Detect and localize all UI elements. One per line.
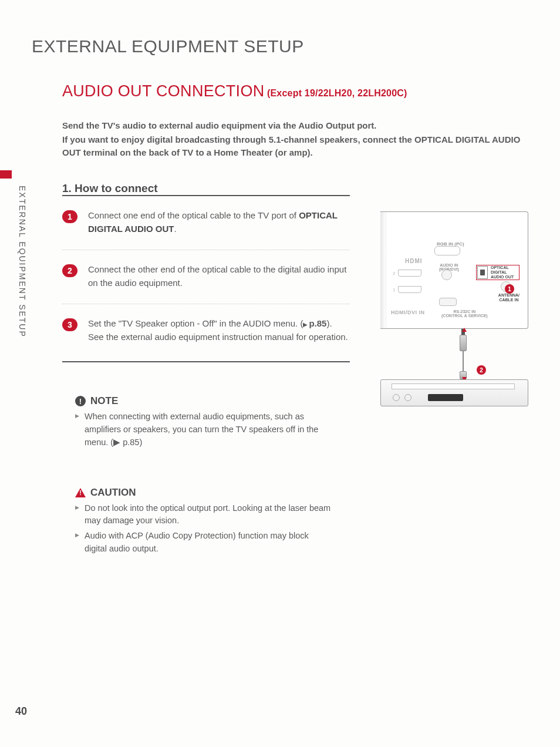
note-callout: ! NOTE When connecting with external aud… (62, 388, 332, 463)
step-1-pre: Connect one end of the optical cable to … (88, 210, 299, 220)
caution-title-row: CAUTION (75, 487, 332, 499)
hdmi-2-num: 2 (393, 271, 395, 276)
step-2-text: Connect the other end of the optical cab… (88, 263, 350, 290)
tv-back-panel: RGB IN (PC) HDMI 2 1 HDMI/DVI IN AUDIO I… (380, 211, 528, 329)
amp-knob-2 (404, 394, 411, 401)
diagram-badge-2: 2 (477, 365, 486, 375)
how-to-connect-heading: 1. How to connect (62, 182, 528, 195)
rs232-label: RS-232C IN (CONTROL & SERVICE) (441, 309, 488, 318)
antenna-label: ANTENNA/ CABLE IN (498, 293, 519, 302)
page-content: EXTERNAL EQUIPMENT SETUP AUDIO OUT CONNE… (0, 0, 560, 570)
section-title: EXTERNAL EQUIPMENT SETUP (32, 36, 528, 56)
note-icon: ! (75, 396, 86, 406)
step-2-pre: Connect the other end of the optical cab… (88, 264, 346, 288)
caution-item-1: Do not look into the optical output port… (75, 502, 332, 528)
caution-title: CAUTION (90, 487, 136, 499)
step-3-ref: p.85 (309, 318, 326, 328)
amp-display (428, 394, 463, 401)
step-2: 2 Connect the other end of the optical c… (62, 263, 350, 304)
subsection-title-note: (Except 19/22LH20, 22LH200C) (267, 88, 407, 98)
subsection-title: AUDIO OUT CONNECTION (62, 82, 265, 100)
step-badge-2: 2 (62, 264, 77, 277)
amplifier-device (380, 379, 528, 406)
note-title: NOTE (90, 395, 118, 407)
intro-text: Send the TV's audio to external audio eq… (62, 119, 528, 159)
step-3: 3 Set the "TV Speaker option - Off" in t… (62, 317, 350, 362)
audio-in-port (441, 270, 452, 280)
step-1-post: . (174, 224, 176, 234)
steps-list: 1 Connect one end of the optical cable t… (62, 209, 350, 362)
hdmi-1-num: 1 (393, 287, 395, 292)
caution-icon (75, 488, 86, 497)
amp-knob-1 (393, 394, 400, 401)
diagram-badge-1: 1 (505, 284, 514, 294)
step-1-text: Connect one end of the optical cable to … (88, 209, 350, 235)
vga-port (434, 246, 460, 255)
cable-plug-top (460, 335, 467, 351)
hdmi-port-1: 1 (398, 286, 421, 293)
caution-list: Do not look into the optical output port… (75, 502, 332, 556)
note-title-row: ! NOTE (75, 395, 332, 407)
divider (62, 195, 350, 196)
intro-line-2: If you want to enjoy digital broadcastin… (62, 133, 528, 159)
step-badge-3: 3 (62, 318, 77, 331)
connection-diagram: RGB IN (PC) HDMI 2 1 HDMI/DVI IN AUDIO I… (380, 211, 528, 411)
optical-out-box: OPTICAL DIGITAL AUDIO OUT (476, 265, 519, 280)
caution-callout: CAUTION Do not look into the optical out… (62, 480, 332, 570)
step-3-pre: Set the "TV Speaker option - Off" in the… (88, 318, 303, 328)
cable-line (463, 351, 464, 371)
step-1: 1 Connect one end of the optical cable t… (62, 209, 350, 250)
hdmi-dvi-label: HDMI/DVI IN (391, 309, 425, 315)
hdmi-port-2: 2 (398, 270, 421, 277)
note-list: When connecting with external audio equi… (75, 410, 332, 449)
hdmi-label: HDMI (405, 258, 423, 264)
intro-line-1: Send the TV's audio to external audio eq… (62, 119, 528, 132)
amp-disc-slot (392, 383, 515, 389)
optical-cable (460, 329, 466, 379)
panel-shade (380, 212, 386, 328)
caution-item-2: Audio with ACP (Audio Copy Protection) f… (75, 530, 332, 556)
note-item-1: When connecting with external audio equi… (75, 410, 332, 449)
subsection-title-row: AUDIO OUT CONNECTION (Except 19/22LH20, … (62, 82, 528, 100)
page-number: 40 (15, 705, 27, 718)
red-arrow-up-icon (462, 328, 467, 332)
rs232-port (439, 298, 457, 306)
triangle-icon: ▶ (303, 321, 308, 328)
step-badge-1: 1 (62, 210, 77, 223)
step-3-text: Set the "TV Speaker option - Off" in the… (88, 317, 350, 344)
